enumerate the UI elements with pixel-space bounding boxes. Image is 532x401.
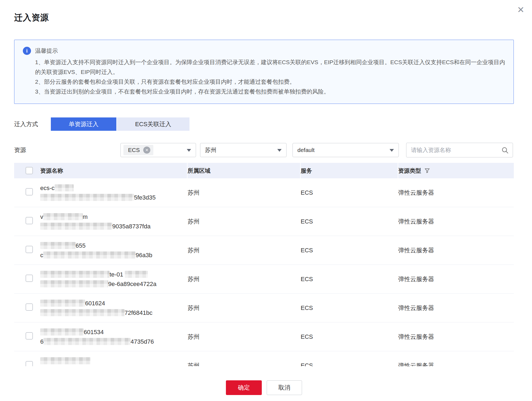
chevron-down-icon [187,149,191,152]
table-row: 655 c96a3b 苏州 ECS 弹性云服务器 [14,236,514,265]
notice-box: i 温馨提示 1、单资源迁入支持不同资源同时迁入到一个企业项目。为保障企业项目消… [14,40,514,104]
chevron-down-icon [390,149,394,152]
service-type-select[interactable]: ECS ✕ [120,143,196,157]
service-cell: ECS [301,247,398,254]
notice-title: 温馨提示 [35,47,58,55]
row-checkbox[interactable] [26,275,33,282]
redacted-text [43,338,130,345]
resource-name-cell: 601624 72f6841bc [40,299,188,318]
resource-name-cell: 655 c96a3b [40,241,188,260]
redacted-text [43,213,83,220]
service-tag-label: ECS [128,147,140,153]
column-header-type: 资源类型 [398,163,513,178]
redacted-text [40,194,134,201]
service-cell: ECS [301,304,398,312]
redacted-text [40,242,76,249]
table-row: 601534 64735d76 苏州 ECS 弹性云服务器 [14,322,514,351]
notice-line: 2、部分云服务的套餐包和企业项目关联，只有资源在套餐包对应企业项目内时，才能通过… [35,77,506,87]
resource-name-cell: vm 9035a8737fda [40,212,188,231]
remove-tag-icon[interactable]: ✕ [143,147,150,154]
project-value: default [297,147,315,153]
close-icon[interactable]: ✕ [517,5,524,14]
region-cell: 苏州 [188,362,301,366]
redacted-text [43,251,136,259]
resource-search-box [406,143,513,157]
tab-ecs-associated-migrate[interactable]: ECS关联迁入 [117,117,189,131]
type-cell: 弹性云服务器 [398,304,513,312]
type-cell: 弹性云服务器 [398,246,513,254]
redacted-text [55,184,74,191]
table-row: 601624 72f6841bc 苏州 ECS 弹性云服务器 [14,294,514,322]
type-cell: 弹性云服务器 [398,362,513,366]
page-title: 迁入资源 [14,12,514,23]
row-checkbox[interactable] [26,217,33,224]
row-checkbox[interactable] [26,332,33,340]
region-cell: 苏州 [188,246,301,254]
dialog-footer: 确定 取消 [14,380,514,395]
region-cell: 苏州 [188,217,301,226]
table-row: ecs-c 5fe3d35 苏州 ECS 弹性云服务器 [14,178,514,207]
redacted-text [40,271,110,278]
column-header-region: 所属区域 [188,163,301,178]
redacted-text [40,223,112,230]
redacted-text [40,309,125,316]
cancel-button[interactable]: 取消 [267,380,302,395]
table-row: vm 9035a8737fda 苏州 ECS 弹性云服务器 [14,207,514,236]
service-cell: ECS [301,362,398,366]
region-cell: 苏州 [188,189,301,197]
service-cell: ECS [301,276,398,283]
redacted-text [40,357,91,364]
migration-mode-label: 迁入方式 [14,120,51,128]
service-tag: ECS ✕ [123,145,153,155]
redacted-text [125,271,148,278]
resource-name-cell: 601534 64735d76 [40,327,188,346]
service-cell: ECS [301,333,398,340]
table-row: te-01 9e-6a89cee4722a 苏州 ECS 弹性云服务器 [14,265,514,294]
type-cell: 弹性云服务器 [398,217,513,226]
table-header: 资源名称 所属区域 服务 资源类型 [14,163,514,178]
row-checkbox[interactable] [26,188,33,195]
resource-name-cell: ecs-c 5fe3d35 [40,183,188,202]
type-cell: 弹性云服务器 [398,275,513,283]
redacted-text [40,328,84,335]
table-row: 苏州 ECS 弹性云服务器 [14,351,514,366]
row-checkbox[interactable] [26,361,33,366]
type-cell: 弹性云服务器 [398,333,513,341]
redacted-text [40,280,108,287]
resource-label: 资源 [14,146,120,154]
row-checkbox[interactable] [26,303,33,311]
resource-name-cell [40,356,188,366]
row-checkbox[interactable] [26,246,33,253]
region-cell: 苏州 [188,333,301,341]
service-cell: ECS [301,189,398,196]
project-select[interactable]: default [293,143,399,157]
region-select[interactable]: 苏州 [200,143,287,157]
column-header-service: 服务 [301,163,398,178]
migrate-in-dialog: ✕ 迁入资源 i 温馨提示 1、单资源迁入支持不同资源同时迁入到一个企业项目。为… [0,0,532,401]
redacted-text [40,300,85,307]
chevron-down-icon [277,149,282,152]
filter-funnel-icon[interactable] [424,168,430,173]
resource-filter-row: 资源 ECS ✕ 苏州 default [14,143,514,157]
info-icon: i [23,47,31,55]
column-header-name: 资源名称 [40,163,188,178]
type-cell: 弹性云服务器 [398,189,513,197]
notice-line: 3、当资源迁出到别的企业项目，不在套餐包对应企业项目内时，存在资源无法通过套餐包… [35,87,506,97]
region-cell: 苏州 [188,304,301,312]
resource-name-cell: te-01 9e-6a89cee4722a [40,270,188,289]
select-all-checkbox[interactable] [26,167,33,174]
tab-single-resource-migrate[interactable]: 单资源迁入 [51,117,116,131]
region-value: 苏州 [205,146,216,154]
notice-line: 1、单资源迁入支持不同资源同时迁入到一个企业项目。为保障企业项目消费记录无误差，… [35,57,506,77]
migration-mode-row: 迁入方式 单资源迁入 ECS关联迁入 [14,117,514,131]
confirm-button[interactable]: 确定 [226,380,262,395]
resource-table: 资源名称 所属区域 服务 资源类型 ecs-c 5fe3d35 苏州 ECS 弹… [14,163,514,366]
region-cell: 苏州 [188,275,301,283]
search-input[interactable] [411,147,498,153]
service-cell: ECS [301,218,398,225]
search-icon[interactable] [501,147,509,154]
